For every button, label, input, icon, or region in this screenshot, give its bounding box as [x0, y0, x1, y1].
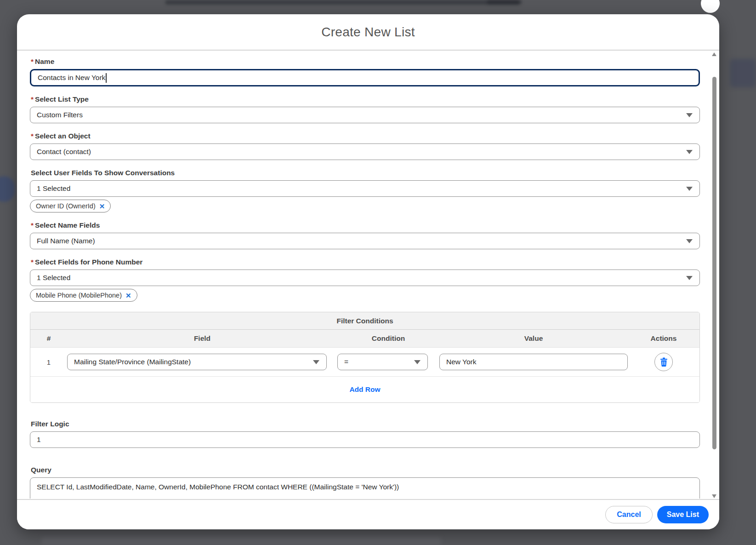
user-fields-selected-count: 1 Selected	[37, 184, 70, 193]
required-marker: *	[31, 258, 34, 266]
list-type-selected-value: Custom Filters	[37, 111, 83, 119]
dialog-header: Create New List	[17, 14, 719, 51]
vertical-scrollbar[interactable]	[712, 52, 717, 499]
query-value: SELECT Id, LastModifiedDate, Name, Owner…	[37, 483, 399, 491]
dropdown-caret-icon	[686, 276, 693, 280]
filter-field-selected-value: Mailing State/Province (MailingState)	[74, 358, 191, 366]
object-label-text: Select an Object	[35, 132, 91, 140]
column-header-field: Field	[67, 334, 337, 343]
phone-fields-label: *Select Fields for Phone Number	[31, 258, 699, 267]
required-marker: *	[31, 95, 34, 103]
create-new-list-dialog: Create New List *Name Contacts in New Yo…	[17, 14, 719, 529]
delete-row-button[interactable]	[654, 353, 673, 371]
remove-pill-icon[interactable]: ✕	[125, 292, 131, 299]
dialog-footer: Cancel Save List	[17, 499, 719, 529]
filter-conditions-column-headers: # Field Condition Value Actions	[30, 330, 699, 348]
name-fields-label: *Select Name Fields	[31, 221, 699, 230]
dropdown-caret-icon	[686, 113, 693, 117]
required-marker: *	[31, 57, 34, 65]
dialog-body: *Name Contacts in New York *Select List …	[17, 51, 719, 499]
column-header-actions: Actions	[628, 334, 699, 343]
column-header-num: #	[30, 334, 67, 343]
user-fields-multiselect[interactable]: 1 Selected	[30, 180, 700, 197]
dimmed-background-button	[0, 176, 15, 202]
name-fields-label-text: Select Name Fields	[35, 221, 100, 229]
dropdown-caret-icon	[686, 239, 693, 243]
object-selected-value: Contact (contact)	[37, 148, 91, 156]
required-marker: *	[31, 221, 34, 229]
list-type-label-text: Select List Type	[35, 95, 89, 103]
row-number: 1	[30, 358, 67, 366]
pill-label: Owner ID (OwnerId)	[36, 202, 96, 210]
dropdown-caret-icon	[686, 187, 693, 191]
name-fields-selected-value: Full Name (Name)	[37, 237, 95, 245]
query-textarea[interactable]: SELECT Id, LastModifiedDate, Name, Owner…	[30, 477, 700, 499]
list-type-label: *Select List Type	[31, 95, 699, 104]
name-label-text: Name	[35, 57, 54, 65]
list-type-select[interactable]: Custom Filters	[30, 107, 700, 123]
dropdown-caret-icon	[313, 360, 319, 364]
scrollbar-down-arrow-icon[interactable]	[712, 494, 716, 498]
dimmed-background-toolbar	[165, 0, 519, 5]
phone-fields-selected-count: 1 Selected	[37, 274, 70, 282]
filter-logic-value: 1	[37, 436, 41, 444]
selected-field-pill: Mobile Phone (MobilePhone) ✕	[30, 289, 137, 302]
dimmed-background-footer	[41, 537, 441, 545]
user-fields-label: Select User Fields To Show Conversations	[31, 168, 699, 178]
phone-fields-label-text: Select Fields for Phone Number	[35, 258, 142, 266]
filter-logic-label-text: Filter Logic	[31, 420, 69, 428]
add-row-container: Add Row	[30, 377, 699, 402]
user-fields-label-text: Select User Fields To Show Conversations	[31, 169, 175, 177]
column-header-condition: Condition	[337, 334, 439, 343]
name-fields-select[interactable]: Full Name (Name)	[30, 233, 700, 249]
dropdown-caret-icon	[414, 360, 421, 364]
object-label: *Select an Object	[31, 132, 699, 141]
dropdown-caret-icon	[686, 150, 693, 154]
scrollbar-up-arrow-icon[interactable]	[712, 52, 716, 56]
object-select[interactable]: Contact (contact)	[30, 143, 700, 160]
pill-label: Mobile Phone (MobilePhone)	[36, 292, 122, 299]
query-label: Query	[31, 465, 699, 475]
add-row-link[interactable]: Add Row	[349, 385, 380, 394]
filter-conditions-table: Filter Conditions # Field Condition Valu…	[30, 312, 700, 403]
name-input-value: Contacts in New York	[38, 74, 105, 82]
text-cursor	[106, 73, 107, 83]
filter-condition-row: 1 Mailing State/Province (MailingState) …	[30, 348, 699, 377]
filter-logic-input[interactable]: 1	[30, 431, 700, 448]
selected-field-pill: Owner ID (OwnerId) ✕	[30, 200, 111, 212]
filter-field-select[interactable]: Mailing State/Province (MailingState)	[67, 354, 327, 370]
dialog-title: Create New List	[321, 25, 415, 40]
phone-fields-multiselect[interactable]: 1 Selected	[30, 270, 700, 286]
dimmed-background-toolbar-item	[487, 0, 522, 4]
dimmed-background-text	[730, 59, 756, 87]
scrollbar-thumb[interactable]	[712, 77, 716, 449]
filter-condition-select[interactable]: =	[337, 354, 428, 370]
filter-condition-selected-value: =	[344, 358, 348, 366]
column-header-value: Value	[439, 334, 628, 343]
trash-icon	[659, 357, 668, 367]
filter-conditions-title: Filter Conditions	[30, 312, 699, 330]
name-label: *Name	[31, 57, 699, 66]
name-input[interactable]: Contacts in New York	[30, 69, 700, 86]
filter-value-input[interactable]: New York	[439, 354, 628, 370]
save-list-button[interactable]: Save List	[657, 506, 709, 523]
filter-value-text: New York	[446, 358, 476, 366]
remove-pill-icon[interactable]: ✕	[99, 203, 105, 210]
filter-logic-label: Filter Logic	[31, 419, 699, 429]
query-label-text: Query	[31, 466, 51, 474]
required-marker: *	[31, 132, 34, 140]
background-avatar-circle	[701, 0, 720, 13]
cancel-button[interactable]: Cancel	[605, 506, 652, 523]
